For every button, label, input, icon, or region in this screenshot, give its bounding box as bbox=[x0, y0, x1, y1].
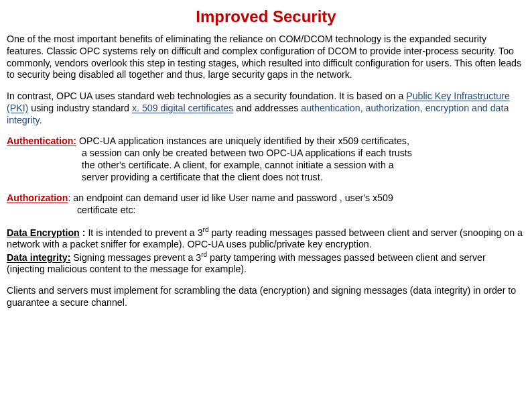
page-title: Improved Security bbox=[114, 7, 418, 27]
text: . bbox=[40, 115, 42, 125]
text: It is intended to prevent a 3 bbox=[88, 227, 202, 237]
text: In contrast, OPC UA uses standard web te… bbox=[7, 91, 406, 101]
superscript: rd bbox=[201, 251, 207, 258]
line: server providing a certificate that the … bbox=[7, 172, 525, 184]
line: the other's certificate. A client, for e… bbox=[7, 160, 525, 172]
label-authentication: Authentication: bbox=[7, 135, 76, 146]
line: Authentication: OPC-UA application insta… bbox=[7, 135, 525, 148]
paragraph-foundation: In contrast, OPC UA uses standard web te… bbox=[7, 91, 525, 126]
text: Signing messages prevent a 3 bbox=[70, 252, 201, 263]
line: certificate etc: bbox=[7, 205, 525, 217]
text: : an endpoint can demand user id like Us… bbox=[68, 192, 393, 203]
text: and addresses bbox=[233, 103, 301, 113]
label-data-integrity: Data integrity: bbox=[7, 252, 70, 263]
section-encryption-integrity: Data Encryption : It is intended to prev… bbox=[7, 226, 525, 276]
label-authorization: Authorization bbox=[7, 192, 68, 203]
line: Authorization: an endpoint can demand us… bbox=[7, 192, 525, 205]
text: using industry standard bbox=[28, 103, 132, 113]
text: OPC-UA application instances are uniquel… bbox=[76, 135, 409, 146]
paragraph-conclusion: Clients and servers must implement for s… bbox=[7, 285, 525, 309]
label-data-encryption: Data Encryption bbox=[7, 227, 80, 237]
text: : bbox=[80, 227, 88, 237]
paragraph-intro: One of the most important benefits of el… bbox=[7, 34, 525, 81]
section-authorization: Authorization: an endpoint can demand us… bbox=[7, 192, 525, 217]
line: a session can only be created between tw… bbox=[7, 148, 525, 160]
section-authentication: Authentication: OPC-UA application insta… bbox=[7, 135, 525, 183]
term-x509: x. 509 digital certificates bbox=[132, 103, 233, 113]
